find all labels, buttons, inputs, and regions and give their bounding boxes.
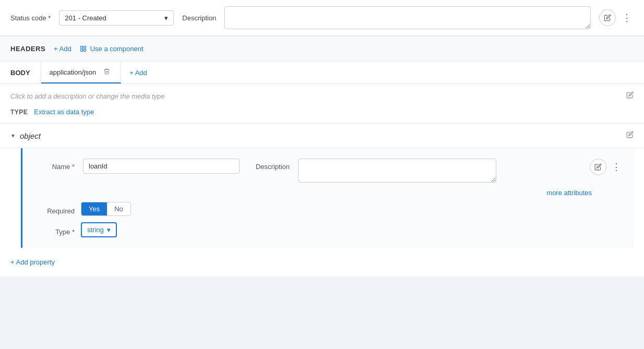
- body-tabs: BODY application/json + Add: [0, 62, 644, 84]
- body-section: BODY application/json + Add Click to add…: [0, 62, 644, 124]
- description-field[interactable]: [298, 159, 496, 183]
- description-textarea[interactable]: [224, 6, 591, 29]
- type-label: TYPE: [10, 109, 28, 116]
- property-more-button[interactable]: ⋮: [610, 159, 623, 175]
- svg-rect-0: [80, 46, 82, 49]
- use-component-link[interactable]: Use a component: [80, 45, 144, 53]
- status-code-select[interactable]: 201 - Created ▾: [59, 10, 174, 26]
- property-name-row: Name * Description ⋮: [33, 159, 623, 183]
- svg-rect-2: [80, 50, 82, 52]
- svg-rect-3: [84, 50, 86, 52]
- more-options-button[interactable]: ⋮: [620, 10, 634, 26]
- status-code-label: Status code *: [10, 14, 51, 22]
- body-label: BODY: [0, 62, 41, 83]
- headers-section: HEADERS + Add Use a component: [0, 37, 644, 61]
- top-bar: Status code * 201 - Created ▾ Descriptio…: [0, 0, 644, 36]
- description-label: Description: [182, 14, 216, 22]
- collapse-button[interactable]: ▾: [10, 131, 16, 140]
- use-component-label: Use a component: [90, 45, 144, 53]
- delete-tab-button[interactable]: [101, 67, 112, 77]
- type-value: string: [87, 226, 104, 234]
- object-header: ▾ object: [0, 124, 644, 148]
- svg-rect-1: [84, 46, 86, 49]
- name-field-label: Name *: [33, 159, 75, 171]
- media-type-description[interactable]: Click to add a description or change the…: [10, 92, 165, 100]
- more-attributes-link[interactable]: more attributes: [33, 189, 592, 197]
- extract-as-data-type-link[interactable]: Extract as data type: [34, 108, 94, 116]
- required-no[interactable]: No: [107, 202, 130, 215]
- required-row: Required Yes No: [33, 202, 623, 216]
- chevron-down-icon: ▾: [164, 14, 168, 22]
- property-type-row: Type * string ▾: [33, 222, 623, 237]
- property-edit-button[interactable]: [590, 159, 606, 175]
- top-bar-actions: ⋮: [599, 9, 634, 26]
- object-edit-icon[interactable]: [626, 131, 634, 140]
- edit-button[interactable]: [599, 9, 616, 26]
- body-content: Click to add a description or change the…: [0, 84, 644, 123]
- tab-json-name: application/json: [50, 68, 97, 76]
- object-type-label: object: [20, 131, 41, 140]
- status-code-value: 201 - Created: [65, 14, 106, 22]
- type-row: TYPE Extract as data type: [10, 108, 634, 116]
- add-tab-button[interactable]: + Add: [121, 62, 156, 83]
- add-property-section: + Add property: [0, 248, 644, 276]
- required-star: *: [70, 163, 75, 171]
- name-input[interactable]: [83, 159, 240, 174]
- property-section: Name * Description ⋮ more attributes Req…: [21, 148, 634, 248]
- description-container: [224, 6, 591, 29]
- required-field-label: Required: [33, 203, 75, 215]
- add-property-button[interactable]: + Add property: [10, 256, 55, 268]
- description-field-label: Description: [248, 159, 290, 171]
- chevron-down-icon: ▾: [11, 132, 15, 139]
- object-section: ▾ object Name * Description: [0, 124, 644, 248]
- body-tab-json[interactable]: application/json: [41, 62, 122, 83]
- headers-title: HEADERS: [10, 45, 45, 53]
- property-actions: ⋮: [590, 159, 623, 175]
- type-dropdown[interactable]: string ▾: [81, 222, 117, 237]
- headers-add-link[interactable]: + Add: [54, 45, 71, 53]
- required-yes[interactable]: Yes: [81, 202, 107, 215]
- required-toggle[interactable]: Yes No: [81, 202, 131, 216]
- body-edit-icon[interactable]: [626, 91, 634, 101]
- type-field-label: Type *: [33, 224, 75, 236]
- add-property-label: + Add property: [10, 258, 55, 266]
- chevron-down-icon: ▾: [107, 226, 111, 234]
